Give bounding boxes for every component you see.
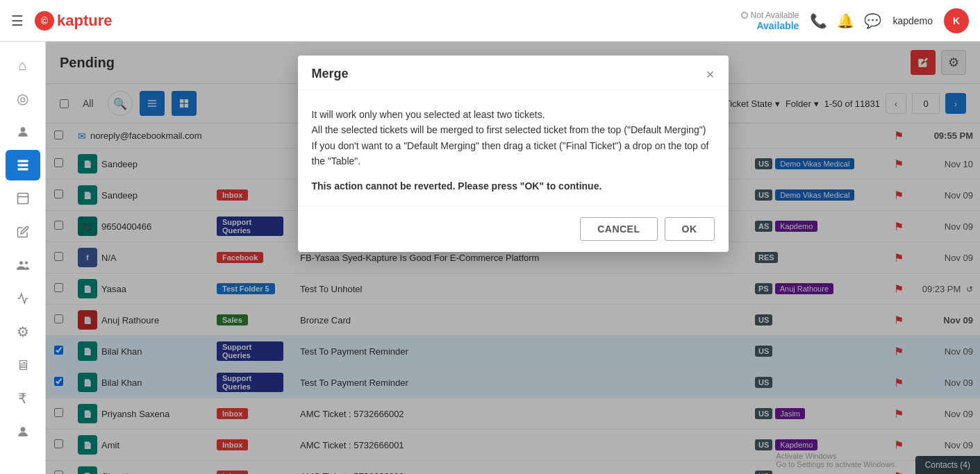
not-available-status[interactable]: Not Available (741, 10, 799, 20)
modal-overlay: Merge × It will work only when you selec… (46, 42, 980, 474)
modal-line3: If you don't want to a "Default Merging"… (312, 138, 715, 169)
svg-rect-2 (17, 164, 28, 166)
main-layout: ⌂ ◎ ⚙ 🖥 ₹ Pending (0, 42, 980, 474)
svg-rect-3 (17, 168, 28, 170)
not-available-dot (741, 12, 748, 19)
sidebar-item-reports[interactable] (6, 283, 40, 314)
svg-rect-1 (17, 160, 28, 162)
modal-header: Merge × (298, 56, 729, 90)
sidebar-item-billing[interactable]: ₹ (6, 383, 40, 414)
svg-point-6 (19, 261, 23, 264)
modal-close-button[interactable]: × (706, 67, 715, 81)
ok-button[interactable]: OK (665, 217, 715, 241)
sidebar-item-globe[interactable]: ◎ (6, 83, 40, 114)
bell-icon[interactable]: 🔔 (837, 12, 854, 29)
main-content: Pending ⚙ All 🔍 Ticket State ▾ (46, 42, 980, 474)
modal-body: It will work only when you selected at l… (298, 90, 729, 205)
svg-point-8 (20, 427, 25, 432)
cancel-button[interactable]: CANCEL (580, 217, 657, 241)
modal-footer: CANCEL OK (298, 205, 729, 252)
sidebar: ⌂ ◎ ⚙ 🖥 ₹ (0, 42, 46, 474)
sidebar-item-user[interactable] (6, 117, 40, 147)
header-icons: 📞 🔔 💬 (810, 12, 881, 29)
logo-text: kapture (57, 12, 112, 30)
modal-title: Merge (312, 67, 349, 81)
header-left: ☰ © kapture (11, 11, 112, 31)
svg-rect-4 (17, 194, 28, 204)
sidebar-item-edit[interactable] (6, 217, 40, 247)
phone-icon[interactable]: 📞 (810, 12, 827, 29)
merge-modal: Merge × It will work only when you selec… (298, 56, 729, 252)
header-right: Not Available Available 📞 🔔 💬 kapdemo K (741, 8, 969, 33)
sidebar-item-tickets[interactable] (6, 150, 40, 180)
svg-point-7 (24, 262, 27, 264)
sidebar-item-contacts[interactable] (6, 250, 40, 280)
svg-point-0 (20, 127, 25, 132)
modal-line2: All the selected tickets will be merged … (312, 122, 715, 137)
app-header: ☰ © kapture Not Available Available 📞 🔔 … (0, 0, 980, 42)
hamburger-icon[interactable]: ☰ (11, 12, 24, 29)
sidebar-item-monitor[interactable]: 🖥 (6, 350, 40, 380)
status-area: Not Available Available (741, 10, 799, 31)
user-name: kapdemo (892, 15, 933, 26)
chat-icon[interactable]: 💬 (864, 12, 881, 29)
logo: © kapture (35, 11, 112, 31)
sidebar-item-home[interactable]: ⌂ (6, 50, 40, 81)
sidebar-item-orders[interactable] (6, 183, 40, 214)
modal-warning: This action cannot be reverted. Please p… (312, 180, 715, 192)
user-avatar[interactable]: K (944, 8, 969, 33)
modal-line1: It will work only when you selected at l… (312, 107, 715, 122)
logo-icon: © (35, 11, 54, 31)
available-status[interactable]: Available (756, 20, 799, 31)
sidebar-item-profile[interactable] (6, 416, 40, 447)
sidebar-item-settings[interactable]: ⚙ (6, 316, 40, 347)
